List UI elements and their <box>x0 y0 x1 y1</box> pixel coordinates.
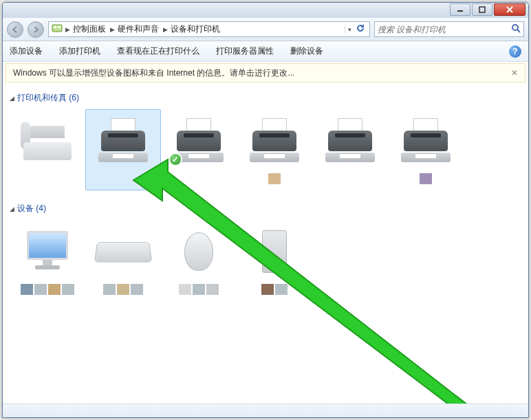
printers-section-header[interactable]: ◢ 打印机和传真 (6) <box>10 92 521 104</box>
info-bar[interactable]: Windows 可以显示增强型设备图标和来自 Internet 的信息。请单击进… <box>6 63 525 82</box>
svg-rect-1 <box>479 7 485 12</box>
window-maximize-button[interactable] <box>472 3 492 16</box>
nav-back-button[interactable] <box>7 21 23 38</box>
printer-item[interactable] <box>388 109 464 190</box>
see-printing-button[interactable]: 查看现在正在打印什么 <box>117 45 199 57</box>
collapse-icon: ◢ <box>10 95 14 102</box>
info-bar-text: Windows 可以显示增强型设备图标和来自 Internet 的信息。请单击进… <box>13 67 294 79</box>
svg-rect-6 <box>58 26 61 28</box>
help-button[interactable]: ? <box>509 45 521 58</box>
add-printer-button[interactable]: 添加打印机 <box>59 45 100 57</box>
devices-section-header[interactable]: ◢ 设备 (4) <box>10 203 521 214</box>
svg-line-8 <box>517 30 520 32</box>
content-pane: ◢ 打印机和传真 (6) ✓ ◢ 设备 (4) <box>3 84 528 404</box>
chevron-right-icon: ▶ <box>65 26 70 33</box>
collapse-icon: ◢ <box>10 206 14 212</box>
search-icon <box>511 23 521 35</box>
search-box[interactable] <box>374 21 524 37</box>
address-dropdown-button[interactable]: ▾ <box>345 26 351 33</box>
refresh-button[interactable] <box>353 23 367 35</box>
printer-icon <box>241 114 307 168</box>
window-close-button[interactable] <box>494 3 525 16</box>
navigation-bar: ▶ 控制面板▶ 硬件和声音▶ 设备和打印机 ▾ <box>3 18 528 41</box>
default-badge-icon: ✓ <box>169 153 182 166</box>
device-item[interactable] <box>237 220 312 301</box>
printer-item[interactable]: ✓ <box>161 109 237 190</box>
nav-forward-button[interactable] <box>28 21 44 38</box>
printers-grid: ✓ <box>10 109 521 190</box>
printer-item[interactable] <box>85 109 161 190</box>
breadcrumb-seg-0[interactable]: 控制面板 <box>73 23 106 35</box>
device-item[interactable] <box>10 220 85 301</box>
devices-grid <box>10 220 521 301</box>
explorer-window: ▶ 控制面板▶ 硬件和声音▶ 设备和打印机 ▾ 添加设备 添加打印机 查看现在正… <box>2 2 529 418</box>
remove-device-button[interactable]: 删除设备 <box>290 45 323 57</box>
label-swatches <box>240 173 309 184</box>
info-bar-close-button[interactable]: ✕ <box>511 68 518 78</box>
printer-icon <box>90 114 156 168</box>
label-swatches <box>164 284 233 295</box>
breadcrumb-seg-1[interactable]: 硬件和声音 <box>118 23 159 35</box>
keyboard-icon <box>90 225 156 278</box>
devices-section-title: 设备 (4) <box>17 203 46 214</box>
label-swatches <box>240 284 309 295</box>
drive-icon <box>241 225 307 278</box>
svg-rect-5 <box>54 26 56 28</box>
fax-item[interactable] <box>10 109 85 190</box>
chevron-right-icon: ▶ <box>163 26 168 33</box>
printer-icon: ✓ <box>166 114 232 168</box>
device-item[interactable] <box>85 220 161 301</box>
device-item[interactable] <box>161 220 237 301</box>
add-device-button[interactable]: 添加设备 <box>10 45 43 57</box>
printer-icon <box>317 114 383 168</box>
window-minimize-button[interactable] <box>450 3 470 16</box>
window-titlebar <box>3 3 528 18</box>
search-input[interactable] <box>378 25 511 34</box>
address-bar[interactable]: ▶ 控制面板▶ 硬件和声音▶ 设备和打印机 ▾ <box>48 21 370 37</box>
mouse-icon <box>166 225 232 278</box>
command-bar: 添加设备 添加打印机 查看现在正在打印什么 打印服务器属性 删除设备 ? <box>3 41 528 62</box>
svg-point-7 <box>512 25 518 30</box>
status-bar <box>3 404 528 417</box>
fax-icon <box>14 114 80 168</box>
chevron-right-icon: ▶ <box>110 26 115 33</box>
print-server-props-button[interactable]: 打印服务器属性 <box>216 45 274 57</box>
printer-icon <box>393 114 459 168</box>
printer-item[interactable] <box>312 109 388 190</box>
label-swatches <box>89 284 158 295</box>
printers-section-title: 打印机和传真 (6) <box>17 92 79 104</box>
label-swatches <box>391 173 460 184</box>
label-swatches <box>13 284 82 295</box>
breadcrumb-seg-2[interactable]: 设备和打印机 <box>171 23 220 35</box>
printer-item[interactable] <box>237 109 312 190</box>
monitor-icon <box>14 225 80 278</box>
control-panel-icon <box>52 23 63 36</box>
